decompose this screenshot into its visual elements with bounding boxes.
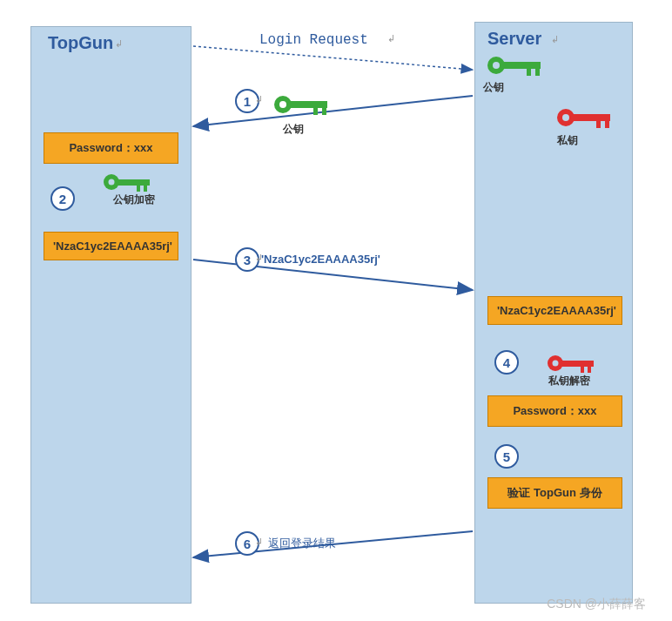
return-result-label: 返回登录结果 (268, 536, 336, 551)
encrypted-message-label: 'NzaC1yc2EAAAA35rj' (261, 253, 380, 266)
svg-rect-21 (322, 108, 326, 115)
glyph-icon: ↲ (255, 94, 263, 105)
encrypted-box-client: 'NzaC1yc2EAAAA35rj' (44, 232, 178, 260)
svg-rect-30 (581, 367, 584, 373)
client-title: TopGun (48, 33, 113, 53)
svg-rect-25 (137, 186, 140, 192)
glyph-icon: ↲ (255, 537, 263, 548)
svg-rect-15 (596, 121, 601, 128)
private-key-label: 私钥 (557, 133, 578, 148)
watermark: CSDN @小薛薛客 (547, 597, 646, 612)
login-request-label: Login Request (259, 32, 368, 48)
svg-point-28 (553, 361, 559, 367)
svg-rect-11 (535, 69, 540, 76)
svg-rect-31 (588, 367, 591, 373)
svg-rect-26 (144, 186, 147, 192)
svg-rect-10 (527, 69, 531, 76)
public-key-label: 公钥 (483, 80, 504, 95)
verify-box: 验证 TopGun 身份 (487, 477, 622, 509)
svg-point-23 (109, 179, 115, 186)
svg-rect-19 (291, 101, 327, 108)
glyph-icon: ↲ (551, 34, 559, 45)
client-panel (30, 26, 192, 604)
glyph-icon: ↲ (115, 38, 123, 50)
svg-point-18 (279, 101, 286, 108)
step-4-badge: 4 (494, 350, 519, 375)
svg-rect-20 (313, 108, 318, 115)
svg-point-8 (493, 62, 500, 69)
decrypt-label: 私钥解密 (548, 374, 590, 388)
svg-rect-24 (118, 179, 150, 186)
svg-point-13 (562, 114, 569, 121)
glyph-icon: ↲ (255, 253, 263, 264)
svg-rect-14 (574, 114, 610, 121)
glyph-icon: ↲ (387, 33, 395, 44)
public-key-sent-label: 公钥 (283, 122, 304, 137)
svg-rect-29 (562, 361, 594, 367)
svg-line-0 (193, 46, 473, 70)
private-key-icon (553, 100, 622, 135)
server-title: Server (487, 29, 541, 49)
svg-rect-16 (605, 121, 609, 128)
step-2-badge: 2 (50, 186, 75, 211)
svg-rect-9 (504, 62, 541, 69)
step-5-badge: 5 (494, 444, 519, 469)
encrypt-label: 公钥加密 (113, 192, 155, 207)
public-key-icon (483, 48, 553, 83)
encrypted-box-server: 'NzaC1yc2EAAAA35rj' (487, 296, 622, 325)
diagram-canvas: TopGun Server Login Request 公钥 私钥 公钥 Pas… (0, 0, 672, 621)
public-key-sent-icon (270, 87, 339, 122)
password-box-server: Password：xxx (487, 395, 622, 427)
password-box-client: Password：xxx (44, 132, 178, 164)
